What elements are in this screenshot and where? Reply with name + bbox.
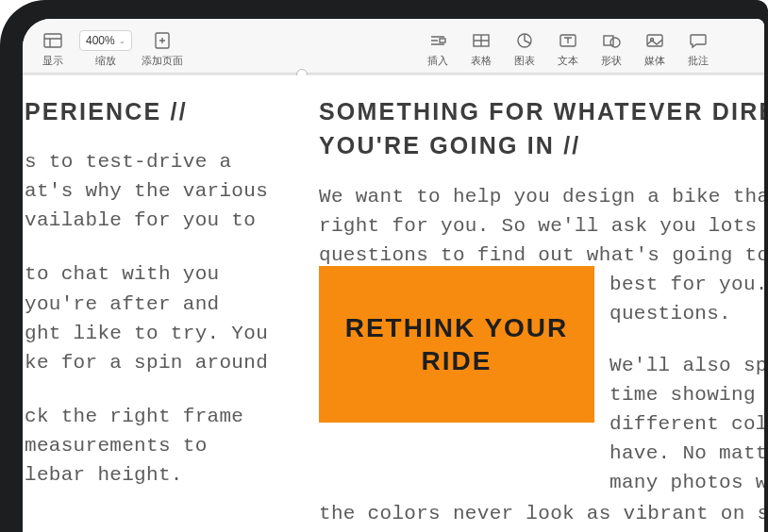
media-label: 媒体 — [644, 55, 665, 68]
view-label: 显示 — [42, 55, 63, 68]
screen: 显示 400% ⌄ 缩放 添加 — [23, 19, 764, 532]
comment-button[interactable]: 批注 — [677, 28, 719, 70]
document-canvas[interactable]: PERIENCE // s to test-drive a at's why t… — [23, 75, 764, 532]
view-button[interactable]: 显示 — [32, 28, 74, 70]
left-para-1[interactable]: s to test-drive a at's why the various v… — [25, 147, 304, 235]
comment-label: 批注 — [688, 55, 709, 68]
right-heading[interactable]: SOMETHING FOR WHATEVER DIREC YOU'RE GOIN… — [319, 94, 764, 163]
view-icon — [41, 30, 65, 51]
add-page-icon — [150, 30, 175, 51]
callout-box[interactable]: RETHINK YOUR RIDE — [319, 266, 594, 423]
svg-rect-9 — [440, 39, 445, 42]
insert-label: 插入 — [427, 55, 448, 68]
toolbar-left-group: 显示 400% ⌄ 缩放 添加 — [32, 28, 187, 70]
page-columns: PERIENCE // s to test-drive a at's why t… — [23, 94, 764, 532]
wrap-line-7: many photos we — [319, 468, 764, 497]
chart-label: 图表 — [514, 55, 535, 68]
shape-label: 形状 — [601, 55, 622, 68]
callout-text: RETHINK YOUR RIDE — [328, 311, 585, 377]
add-page-label: 添加页面 — [142, 55, 183, 68]
insert-button[interactable]: 插入 — [417, 28, 459, 70]
text-icon — [556, 30, 580, 51]
shape-icon — [599, 30, 624, 51]
svg-rect-19 — [647, 35, 662, 46]
zoom-label: 缩放 — [95, 55, 116, 68]
chart-icon — [512, 30, 537, 51]
media-button[interactable]: 媒体 — [634, 28, 676, 70]
media-icon — [643, 30, 667, 51]
device-bezel: 显示 400% ⌄ 缩放 添加 — [0, 0, 768, 532]
table-label: 表格 — [471, 55, 492, 68]
zoom-value: 400% — [86, 34, 115, 47]
left-para-3[interactable]: ck the right frame measurements to lebar… — [25, 402, 304, 490]
svg-rect-17 — [604, 36, 613, 45]
toolbar: 显示 400% ⌄ 缩放 添加 — [23, 19, 764, 74]
left-column: PERIENCE // s to test-drive a at's why t… — [23, 94, 304, 532]
zoom-select[interactable]: 400% ⌄ — [79, 30, 132, 51]
left-para-2[interactable]: to chat with you you're after and ght li… — [25, 259, 304, 376]
right-para-top[interactable]: We want to help you design a bike tha ri… — [319, 182, 764, 270]
zoom-select-icon: 400% ⌄ — [79, 30, 132, 51]
chevron-down-icon: ⌄ — [119, 37, 125, 45]
shape-button[interactable]: 形状 — [591, 28, 632, 70]
text-label: 文本 — [558, 55, 578, 68]
right-para-bottom[interactable]: the colors never look as vibrant on s pa… — [319, 499, 764, 532]
table-icon — [469, 30, 493, 51]
zoom-button[interactable]: 400% ⌄ 缩放 — [75, 28, 136, 70]
toolbar-right-group: 插入 表格 图表 文本 — [417, 28, 719, 70]
table-button[interactable]: 表格 — [460, 28, 502, 70]
comment-icon — [686, 30, 710, 51]
insert-icon — [426, 30, 450, 51]
left-heading[interactable]: PERIENCE // — [25, 94, 304, 128]
text-button[interactable]: 文本 — [547, 28, 589, 70]
svg-rect-0 — [44, 34, 61, 47]
right-column: SOMETHING FOR WHATEVER DIREC YOU'RE GOIN… — [304, 94, 764, 532]
chart-button[interactable]: 图表 — [504, 28, 545, 70]
wrap-line-6: have. No matte — [319, 439, 764, 468]
svg-point-18 — [610, 38, 620, 47]
add-page-button[interactable]: 添加页面 — [138, 28, 187, 70]
